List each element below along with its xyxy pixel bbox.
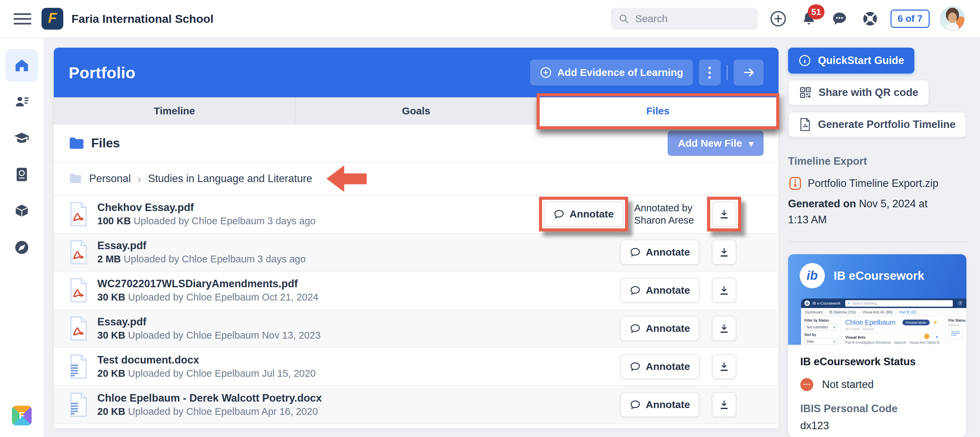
messages-button[interactable]: [829, 8, 850, 29]
file-name[interactable]: Essay.pdf: [97, 239, 306, 252]
download-button[interactable]: [712, 392, 737, 417]
download-button[interactable]: [712, 316, 737, 341]
sidebar-item-explore[interactable]: [5, 231, 38, 264]
search-input[interactable]: Search: [611, 8, 758, 30]
graduation-cap-icon: [14, 130, 30, 146]
status-not-started-icon: [800, 378, 813, 391]
annotation-arrow: [327, 166, 367, 192]
file-meta: 2 MB Uploaded by Chloe Epelbaum 3 days a…: [97, 254, 306, 265]
file-name[interactable]: Chekhov Essay.pdf: [97, 201, 316, 214]
search-icon: [848, 302, 850, 304]
download-button[interactable]: [712, 354, 737, 379]
file-meta: 100 KB Uploaded by Chloe Epelbaum 3 days…: [97, 215, 316, 226]
sidebar-item-classes[interactable]: [5, 122, 38, 155]
annotate-annotation-box: Annotate: [615, 311, 705, 346]
generate-timeline-button[interactable]: Generate Portfolio Timeline: [788, 112, 966, 137]
ib-ecoursework-card[interactable]: ib IB eCoursework ib IB e-Coursework Sea…: [788, 254, 966, 437]
hamburger-menu-icon[interactable]: [14, 13, 31, 24]
ib-preview-screenshot: ib IB e-Coursework Search anything... Da…: [801, 298, 966, 345]
file-name[interactable]: Chloe Epelbaum - Derek Walcott Poetry.do…: [97, 392, 322, 404]
add-evidence-button[interactable]: Add Evidence of Learning: [530, 59, 693, 85]
more-options-button[interactable]: [699, 59, 721, 85]
breadcrumb-root[interactable]: Personal: [89, 172, 130, 185]
docx-file-icon: [69, 354, 89, 379]
portfolio-header: Portfolio Add Evidence of Learning: [54, 48, 778, 97]
download-button[interactable]: [712, 239, 737, 265]
annotate-button[interactable]: Annotate: [620, 316, 700, 341]
tab-timeline[interactable]: Timeline: [54, 97, 296, 124]
quickstart-guide-button[interactable]: QuickStart Guide: [788, 48, 914, 73]
sidebar-item-passport[interactable]: [5, 158, 38, 191]
portfolio-tabs: Timeline Goals Files: [54, 97, 778, 124]
file-info: Essay.pdf 2 MB Uploaded by Chloe Epelbau…: [97, 239, 306, 265]
ib-preview-search: Search anything...: [845, 300, 953, 307]
add-new-file-button[interactable]: Add New File: [668, 131, 763, 156]
comment-icon: [630, 399, 641, 410]
file-name[interactable]: Test document.docx: [97, 354, 316, 366]
ib-mini-logo: ib: [804, 300, 810, 306]
file-row: WC27022017WLSDiaryAmendments.pdf 30 KB U…: [54, 271, 778, 310]
people-icon: [14, 94, 30, 110]
ib-logo: ib: [800, 263, 825, 288]
home-icon: [14, 57, 30, 73]
file-row: Chloe Epelbaum - Derek Walcott Poetry.do…: [54, 386, 778, 424]
comment-icon: [630, 361, 641, 372]
chevron-down-icon: [749, 137, 753, 149]
share-qr-button[interactable]: Share with QR code: [788, 80, 929, 105]
sidebar-apps-button[interactable]: F: [12, 406, 32, 426]
file-meta: 20 KB Uploaded by Chloe Epelbaum Jul 15,…: [97, 368, 316, 379]
annotate-button[interactable]: Annotate: [544, 201, 624, 226]
file-name[interactable]: Essay.pdf: [97, 316, 321, 328]
files-section-title: Files: [69, 136, 120, 150]
file-row: Chekhov Essay.pdf 100 KB Uploaded by Chl…: [54, 195, 778, 233]
user-avatar[interactable]: [940, 6, 965, 31]
file-list: Chekhov Essay.pdf 100 KB Uploaded by Chl…: [54, 195, 778, 424]
usage-badge[interactable]: 6 of 7: [891, 10, 930, 28]
plus-circle-icon: [769, 10, 787, 27]
annotate-button[interactable]: Annotate: [620, 239, 700, 265]
help-button[interactable]: [860, 8, 880, 29]
star-icon: [933, 319, 938, 325]
annotate-button[interactable]: Annotate: [620, 392, 700, 417]
chevron-down-icon: [936, 335, 938, 339]
notifications-button[interactable]: 51: [799, 8, 819, 29]
row-actions: Annotate: [615, 311, 741, 346]
tab-files[interactable]: Files: [537, 97, 778, 124]
sidebar-item-home[interactable]: [5, 49, 38, 82]
add-button[interactable]: [768, 8, 788, 29]
sidebar-item-resources[interactable]: [5, 195, 38, 227]
tab-goals[interactable]: Goals: [296, 97, 538, 124]
annotate-button[interactable]: Annotate: [620, 278, 700, 303]
download-button[interactable]: [712, 201, 737, 226]
download-icon: [718, 208, 730, 220]
zip-file-icon: [788, 176, 802, 191]
divider: [727, 65, 727, 80]
file-row: Essay.pdf 30 KB Uploaded by Chloe Epelba…: [54, 310, 778, 348]
expand-button[interactable]: [733, 59, 764, 85]
passport-icon: [14, 167, 29, 182]
file-meta: 20 KB Uploaded by Chloe Epelbaum Apr 16,…: [97, 406, 322, 417]
download-icon: [718, 361, 730, 372]
faria-logo-letter: F: [48, 10, 57, 26]
download-annotation-box: [707, 311, 741, 346]
docx-file-icon: [69, 392, 89, 417]
download-annotation-box: [707, 387, 741, 422]
file-info: WC27022017WLSDiaryAmendments.pdf 30 KB U…: [97, 278, 318, 303]
file-name[interactable]: WC27022017WLSDiaryAmendments.pdf: [97, 278, 318, 290]
timeline-export-file-link[interactable]: Portfolio Timeline Export.zip: [788, 176, 966, 191]
row-actions: Annotate: [615, 235, 741, 270]
sidebar-item-roster[interactable]: [5, 85, 38, 118]
annotate-button[interactable]: Annotate: [620, 354, 700, 379]
breadcrumb-current[interactable]: Studies in Language and Literature: [148, 172, 312, 185]
ib-preview-breadcrumb: Dashboard IB Diploma (216) Visual Arts H…: [801, 308, 966, 316]
ib-card-hero: ib IB eCoursework ib IB e-Coursework Sea…: [788, 254, 966, 345]
file-info: Chloe Epelbaum - Derek Walcott Poetry.do…: [97, 392, 322, 417]
brand[interactable]: F Faria International School: [41, 8, 214, 30]
annotate-annotation-box: Annotate: [615, 349, 705, 384]
annotate-annotation-box: Annotate: [539, 197, 628, 231]
download-button[interactable]: [712, 278, 737, 303]
ibis-code-value: dx123: [800, 419, 954, 432]
file-row: Test document.docx 20 KB Uploaded by Chl…: [54, 348, 778, 386]
ib-preview-filters: Filter by Status Not submitted Sort by D…: [801, 316, 841, 345]
file-meta: 30 KB Uploaded by Chloe Epelbaum Oct 21,…: [97, 292, 318, 303]
